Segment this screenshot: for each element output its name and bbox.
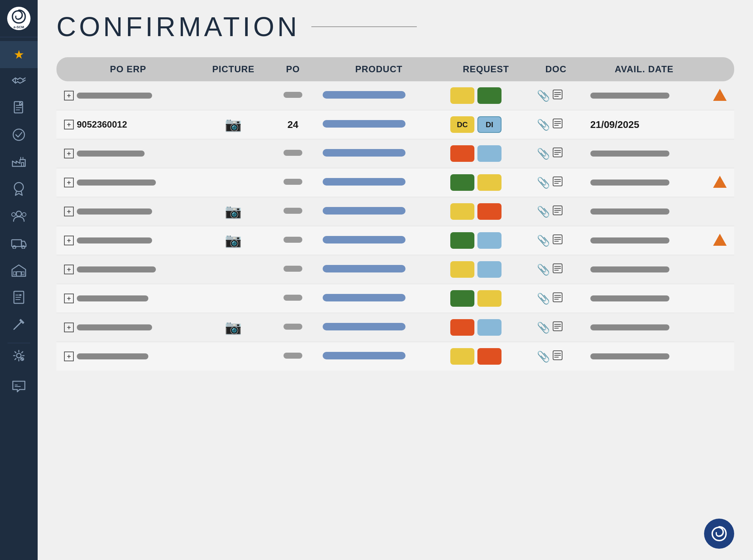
sidebar-item-handshake[interactable]: [0, 68, 38, 95]
cell-doc: 📎: [529, 313, 583, 342]
row-expand-icon[interactable]: +: [64, 294, 74, 303]
camera-icon[interactable]: 📷: [225, 204, 242, 219]
cell-avail-date: [583, 168, 706, 197]
po-erp-placeholder: [77, 237, 152, 243]
warning-icon: [713, 234, 727, 246]
attachment-icon[interactable]: 📎: [537, 263, 550, 276]
cell-picture: [196, 284, 271, 313]
attachment-icon[interactable]: 📎: [537, 177, 550, 189]
request-badge-orange[interactable]: [477, 348, 501, 365]
row-expand-icon[interactable]: +: [64, 323, 74, 332]
request-badge-lightblue[interactable]: [477, 261, 501, 278]
cell-product: [315, 197, 443, 226]
cell-request: [443, 81, 529, 110]
row-expand-icon[interactable]: +: [64, 149, 74, 158]
camera-icon[interactable]: 📷: [225, 320, 242, 335]
avail-date-placeholder: [590, 208, 669, 215]
cell-po: [271, 81, 315, 110]
warehouse-icon: [11, 263, 26, 280]
request-badge-green[interactable]: [450, 174, 474, 191]
sidebar-item-team[interactable]: [0, 204, 38, 231]
sidebar-item-check[interactable]: [0, 122, 38, 149]
request-badge-yellow[interactable]: [450, 203, 474, 220]
request-badge-yellow[interactable]: [477, 290, 501, 307]
po-placeholder: [284, 208, 302, 214]
po-placeholder: [284, 92, 302, 98]
sidebar-item-award[interactable]: [0, 177, 38, 204]
sidebar-item-factory[interactable]: [0, 149, 38, 177]
cell-request: [443, 255, 529, 284]
camera-icon[interactable]: 📷: [225, 117, 242, 132]
attachment-icon[interactable]: 📎: [537, 119, 550, 131]
cell-request: [443, 197, 529, 226]
request-badge-yellow[interactable]: [450, 348, 474, 365]
cell-request: [443, 168, 529, 197]
table-row: + 📷 📎: [56, 313, 734, 342]
bottom-logo-circle: [704, 519, 734, 549]
doc-list-icon[interactable]: [552, 350, 563, 363]
sidebar-item-warehouse[interactable]: [0, 258, 38, 285]
col-header-product: PRODUCT: [315, 57, 443, 81]
request-badge-green[interactable]: [477, 87, 501, 104]
doc-list-icon[interactable]: [552, 89, 563, 102]
cell-request: [443, 139, 529, 168]
sidebar-item-favorites[interactable]: ★: [0, 41, 38, 68]
row-expand-icon[interactable]: +: [64, 265, 74, 274]
row-expand-icon[interactable]: +: [64, 91, 74, 100]
attachment-icon[interactable]: 📎: [537, 205, 550, 218]
doc-list-icon[interactable]: [552, 321, 563, 334]
attachment-icon[interactable]: 📎: [537, 90, 550, 102]
col-header-actions: [706, 57, 734, 81]
row-expand-icon[interactable]: +: [64, 178, 74, 187]
doc-list-icon[interactable]: [552, 118, 563, 131]
sidebar-item-tools[interactable]: [0, 312, 38, 339]
doc-list-icon[interactable]: [552, 147, 563, 160]
request-badge-green[interactable]: [450, 232, 474, 249]
po-placeholder: [284, 179, 302, 185]
request-badge-yellow[interactable]: [450, 87, 474, 104]
sidebar-item-truck[interactable]: [0, 231, 38, 258]
cell-picture: [196, 342, 271, 371]
attachment-icon[interactable]: 📎: [537, 321, 550, 334]
request-badge-green[interactable]: [450, 290, 474, 307]
cell-avail-date: [583, 342, 706, 371]
svg-rect-2: [21, 163, 24, 166]
row-expand-icon[interactable]: +: [64, 207, 74, 216]
request-badge-di[interactable]: DI: [477, 116, 501, 133]
sidebar-item-document[interactable]: [0, 95, 38, 122]
request-badge-lightblue[interactable]: [477, 232, 501, 249]
attachment-icon[interactable]: 📎: [537, 292, 550, 305]
request-badge-lightblue[interactable]: [477, 145, 501, 162]
request-badge-yellow[interactable]: [477, 174, 501, 191]
attachment-icon[interactable]: 📎: [537, 234, 550, 247]
attachment-icon[interactable]: 📎: [537, 148, 550, 160]
cell-doc: 📎: [529, 197, 583, 226]
doc-list-icon[interactable]: [552, 292, 563, 305]
row-expand-icon[interactable]: +: [64, 352, 74, 361]
warning-icon: [713, 89, 727, 101]
request-badge-yellow[interactable]: [450, 261, 474, 278]
camera-icon[interactable]: 📷: [225, 233, 242, 248]
sidebar-item-settings[interactable]: [0, 347, 38, 374]
sidebar-item-report[interactable]: [0, 285, 38, 312]
request-badge-orange[interactable]: [477, 203, 501, 220]
col-header-doc: DOC: [529, 57, 583, 81]
avail-date-cell: [590, 208, 698, 215]
row-expand-icon[interactable]: +: [64, 236, 74, 245]
cell-warning: [706, 168, 734, 197]
row-expand-icon[interactable]: +: [64, 120, 74, 129]
doc-list-icon[interactable]: [552, 263, 563, 276]
request-cell: [450, 319, 522, 336]
doc-list-icon[interactable]: [552, 205, 563, 218]
request-badge-dc[interactable]: DC: [450, 116, 474, 133]
request-badge-lightblue[interactable]: [477, 319, 501, 336]
cell-avail-date: [583, 197, 706, 226]
sidebar-item-chat[interactable]: [0, 374, 38, 401]
doc-list-icon[interactable]: [552, 234, 563, 247]
app-logo[interactable]: e-SCM: [7, 7, 30, 30]
table-row: + 📎: [56, 139, 734, 168]
attachment-icon[interactable]: 📎: [537, 350, 550, 363]
request-badge-orange[interactable]: [450, 145, 474, 162]
doc-list-icon[interactable]: [552, 176, 563, 189]
request-badge-orange[interactable]: [450, 319, 474, 336]
